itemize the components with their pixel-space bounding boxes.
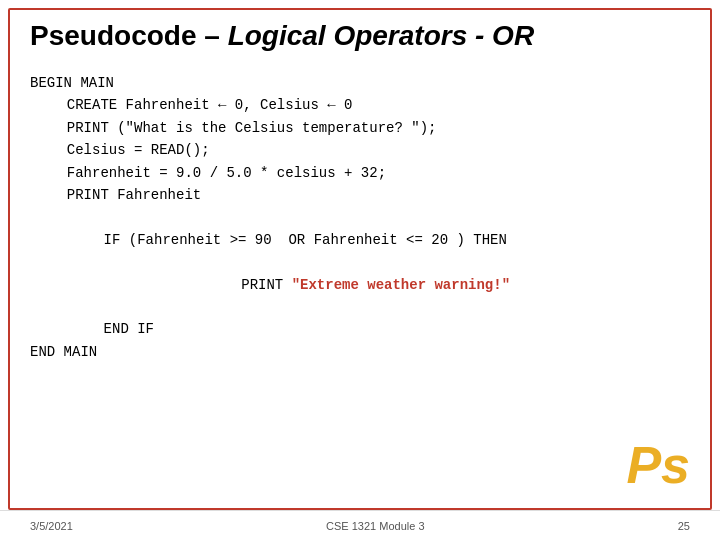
footer-date: 3/5/2021 [30,520,73,532]
code-block: BEGIN MAIN CREATE Fahrenheit ← 0, Celsiu… [30,72,690,363]
code-line-10: END IF [30,318,690,340]
footer-course: CSE 1321 Module 3 [326,520,424,532]
code-line-9: PRINT "Extreme weather warning!" [30,251,690,318]
print-keyword: PRINT [157,277,291,293]
code-line-8: IF (Fahrenheit >= 90 OR Fahrenheit <= 20… [30,229,690,251]
code-line-7 [30,206,690,228]
code-line-1: BEGIN MAIN [30,72,690,94]
content: Pseudocode – Logical Operators - OR BEGI… [0,0,720,510]
code-line-4: Celsius = READ(); [30,139,690,161]
warning-string: "Extreme weather warning!" [292,277,510,293]
slide: Pseudocode – Logical Operators - OR BEGI… [0,0,720,540]
code-line-5: Fahrenheit = 9.0 / 5.0 * celsius + 32; [30,162,690,184]
code-line-6: PRINT Fahrenheit [30,184,690,206]
code-line-3: PRINT ("What is the Celsius temperature?… [30,117,690,139]
footer-page: 25 [678,520,690,532]
footer: 3/5/2021 CSE 1321 Module 3 25 [0,510,720,540]
slide-title: Pseudocode – Logical Operators - OR [30,20,690,52]
title-plain: Pseudocode – [30,20,228,51]
code-line-11: END MAIN [30,341,690,363]
title-italic: Logical Operators - OR [228,20,535,51]
code-line-2: CREATE Fahrenheit ← 0, Celsius ← 0 [30,94,690,116]
